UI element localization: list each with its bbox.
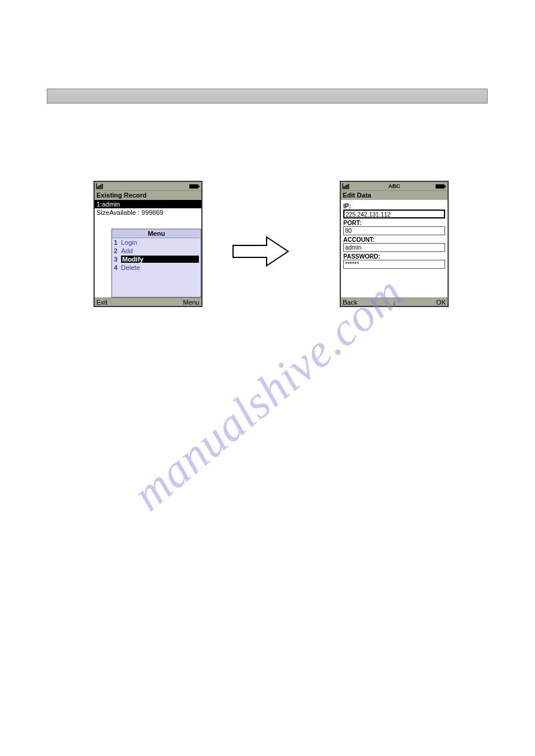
phone-body: IP: 225.242.131.112 PORT: 80 ACCOUNT: ad… — [341, 200, 448, 297]
phone-screen-existing-record: Existing Record 1:admin SizeAvailable : … — [93, 181, 202, 307]
account-label: ACCOUNT: — [343, 236, 445, 243]
status-bar — [95, 182, 201, 190]
svg-rect-2 — [436, 184, 445, 189]
phone-screen-edit-data: ABC Edit Data IP: 225.242.131.112 PORT: … — [340, 181, 449, 307]
record-item-selected[interactable]: 1:admin — [95, 200, 201, 208]
port-label: PORT: — [343, 220, 445, 226]
softkey-right-menu[interactable]: Menu — [183, 299, 200, 306]
status-bar: ABC — [341, 182, 448, 190]
menu-item-add[interactable]: 2 Add — [112, 247, 201, 255]
menu-item-delete[interactable]: 4 Delete — [112, 263, 201, 272]
signal-icon — [96, 183, 109, 189]
menu-header: Menu — [112, 229, 201, 238]
window-title: Edit Data — [341, 190, 448, 200]
svg-rect-0 — [189, 184, 198, 189]
port-field[interactable]: 80 — [343, 226, 445, 235]
softkey-left-exit[interactable]: Exit — [96, 299, 107, 306]
password-label: PASSWORD: — [343, 253, 445, 260]
softkey-left-back[interactable]: Back — [343, 299, 357, 306]
menu-item-number: 1 — [114, 239, 121, 246]
softkey-center-down[interactable]: ↓ — [392, 299, 396, 306]
window-title: Existing Record — [95, 190, 201, 200]
arrow-icon — [232, 235, 291, 268]
ip-label: IP: — [343, 203, 445, 210]
battery-icon — [436, 184, 446, 189]
account-field[interactable]: admin — [343, 243, 445, 252]
svg-rect-1 — [198, 186, 200, 187]
softkey-bar: Exit Menu — [95, 297, 201, 306]
menu-item-label: Modify — [121, 256, 199, 263]
svg-rect-3 — [445, 186, 446, 187]
menu-item-label: Login — [121, 239, 137, 246]
input-mode-indicator: ABC — [388, 183, 400, 189]
ip-field[interactable]: 225.242.131.112 — [343, 210, 445, 218]
menu-item-label: Delete — [121, 264, 140, 271]
menu-item-number: 3 — [114, 256, 121, 263]
header-bar — [47, 89, 488, 104]
size-available-text: SizeAvailable : 999869 — [95, 208, 201, 217]
menu-item-label: Add — [121, 247, 133, 254]
battery-icon — [189, 184, 200, 189]
menu-item-modify[interactable]: 3 Modify — [112, 255, 201, 263]
menu-item-number: 2 — [114, 247, 121, 254]
signal-icon — [342, 183, 355, 189]
softkey-right-ok[interactable]: OK — [436, 299, 446, 306]
softkey-bar: Back ↓ OK — [341, 297, 448, 306]
password-field[interactable]: ****** — [343, 260, 445, 269]
popup-menu: Menu 1 Login 2 Add 3 Modify 4 Delete — [111, 229, 201, 297]
menu-item-number: 4 — [114, 264, 121, 271]
menu-item-login[interactable]: 1 Login — [112, 238, 201, 247]
phone-body: 1:admin SizeAvailable : 999869 Menu 1 Lo… — [95, 200, 201, 297]
